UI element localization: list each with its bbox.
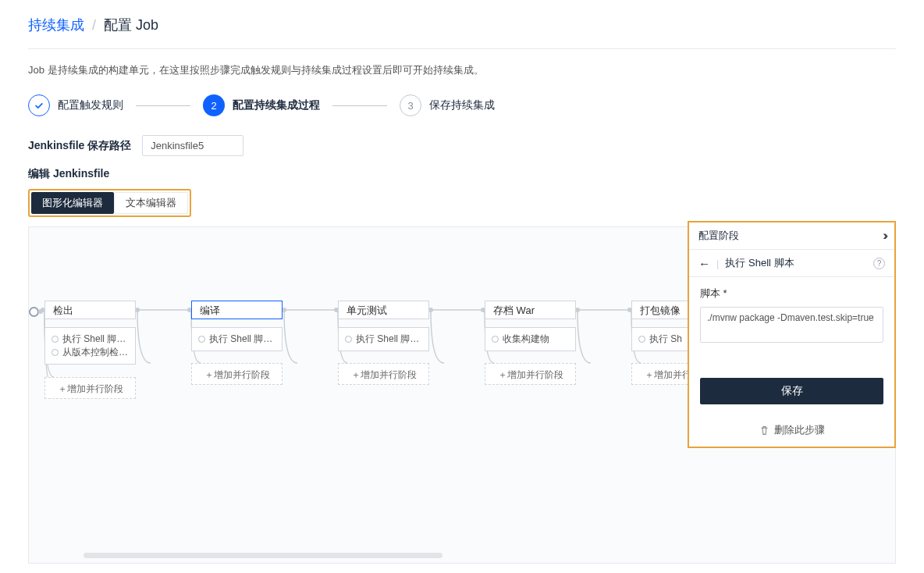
script-input[interactable] bbox=[700, 307, 883, 343]
trash-icon bbox=[759, 425, 769, 436]
radio-icon bbox=[492, 336, 499, 343]
step-indicator: 配置触发规则 2 配置持续集成过程 3 保存持续集成 bbox=[28, 94, 896, 116]
step-2-num: 2 bbox=[203, 94, 225, 116]
delete-step-button[interactable]: 删除此步骤 bbox=[689, 414, 894, 447]
script-label: 脚本 * bbox=[700, 286, 883, 301]
step-1-label: 配置触发规则 bbox=[58, 98, 123, 112]
pipeline-start-node bbox=[29, 307, 39, 317]
editor-tabs: 图形化编辑器 文本编辑器 bbox=[28, 189, 191, 217]
collapse-icon[interactable]: ›› bbox=[883, 229, 885, 243]
step-connector bbox=[332, 105, 387, 106]
step-connector bbox=[136, 105, 190, 106]
tab-graphic-editor[interactable]: 图形化编辑器 bbox=[31, 192, 114, 214]
radio-icon bbox=[198, 336, 205, 343]
check-icon bbox=[28, 94, 50, 116]
stage-step-item[interactable]: 执行 Shell 脚本... bbox=[345, 333, 422, 346]
stage-step-item[interactable]: 执行 Shell 脚本... bbox=[198, 333, 275, 346]
radio-icon bbox=[52, 336, 59, 343]
stage-steps-box[interactable]: 执行 Shell 脚本... bbox=[338, 327, 429, 351]
help-icon[interactable]: ? bbox=[873, 258, 885, 269]
breadcrumb-parent[interactable]: 持续集成 bbox=[28, 16, 84, 34]
add-parallel-stage-button[interactable]: ＋增加并行阶段 bbox=[485, 363, 576, 385]
stage-step-item[interactable]: 收集构建物 bbox=[492, 333, 569, 346]
stage-header[interactable]: 编译 bbox=[191, 301, 283, 319]
stage-step-item[interactable]: 从版本控制检出... bbox=[52, 346, 129, 359]
stage-step-item[interactable]: 执行 Shell 脚本... bbox=[52, 333, 129, 346]
stage-steps-box[interactable]: 收集构建物 bbox=[485, 327, 576, 351]
breadcrumb: 持续集成 / 配置 Job bbox=[28, 16, 896, 34]
step-2-label: 配置持续集成过程 bbox=[233, 98, 320, 112]
stage-header[interactable]: 单元测试 bbox=[338, 301, 429, 319]
back-arrow-icon[interactable]: ← bbox=[698, 257, 710, 270]
stage-config-panel: 配置阶段 ›› ← | 执行 Shell 脚本 ? 脚本 * 保存 删除此步骤 bbox=[688, 221, 896, 448]
panel-subtitle: 执行 Shell 脚本 bbox=[725, 256, 794, 270]
breadcrumb-sep: / bbox=[92, 17, 96, 34]
step-3[interactable]: 3 保存持续集成 bbox=[400, 94, 495, 116]
delete-step-label: 删除此步骤 bbox=[774, 423, 825, 437]
radio-icon bbox=[52, 349, 59, 356]
stage-steps-box[interactable]: 执行 Shell 脚本...从版本控制检出... bbox=[44, 327, 136, 365]
panel-title: 配置阶段 bbox=[698, 229, 739, 243]
horizontal-scrollbar[interactable] bbox=[84, 553, 442, 558]
add-parallel-stage-button[interactable]: ＋增加并行阶段 bbox=[191, 363, 283, 385]
step-3-label: 保存持续集成 bbox=[429, 98, 495, 112]
radio-icon bbox=[638, 336, 645, 343]
add-parallel-stage-button[interactable]: ＋增加并行阶段 bbox=[44, 377, 136, 399]
stage-header[interactable]: 检出 bbox=[44, 301, 136, 319]
save-button[interactable]: 保存 bbox=[700, 378, 883, 404]
step-1[interactable]: 配置触发规则 bbox=[28, 94, 123, 116]
page-description: Job 是持续集成的构建单元，在这里按照步骤完成触发规则与持续集成过程设置后即可… bbox=[28, 63, 896, 77]
stage-header[interactable]: 存档 War bbox=[485, 301, 576, 319]
tab-text-editor[interactable]: 文本编辑器 bbox=[114, 192, 188, 214]
jenkinsfile-path-label: Jenkinsfile 保存路径 bbox=[28, 139, 131, 153]
edit-jenkinsfile-label: 编辑 Jenkinsfile bbox=[28, 167, 896, 181]
stage-steps-box[interactable]: 执行 Shell 脚本... bbox=[191, 327, 283, 351]
add-parallel-stage-button[interactable]: ＋增加并行阶段 bbox=[338, 363, 429, 385]
jenkinsfile-path-input[interactable] bbox=[142, 135, 243, 156]
step-2[interactable]: 2 配置持续集成过程 bbox=[203, 94, 320, 116]
divider bbox=[28, 48, 896, 49]
step-3-num: 3 bbox=[400, 94, 421, 116]
breadcrumb-current: 配置 Job bbox=[104, 16, 158, 34]
radio-icon bbox=[345, 336, 352, 343]
